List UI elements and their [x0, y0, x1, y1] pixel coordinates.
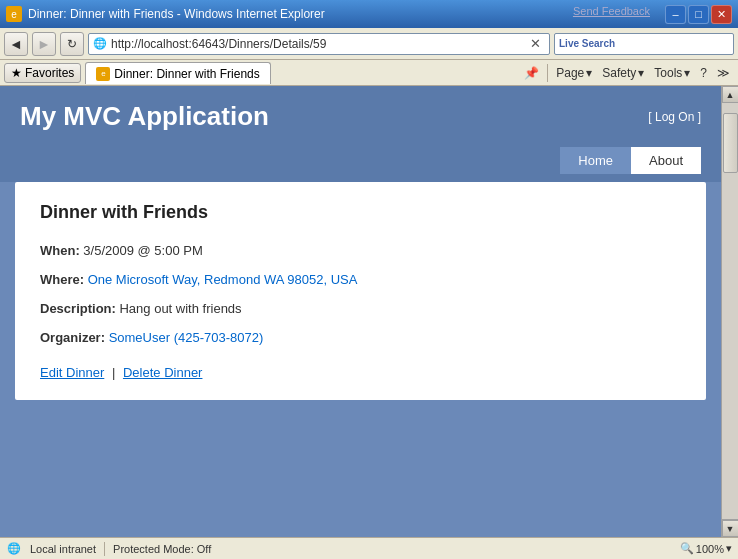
page-header: My MVC Application [ Log On ]: [0, 86, 721, 147]
favorites-button[interactable]: ★ Favorites: [4, 63, 81, 83]
zoom-icon: 🔍: [680, 542, 694, 555]
zoom-level: 100%: [696, 543, 724, 555]
search-input[interactable]: [619, 37, 738, 51]
address-refresh-btn[interactable]: ✕: [525, 34, 545, 54]
help-label: ?: [700, 66, 707, 80]
home-nav-button[interactable]: Home: [560, 147, 631, 174]
refresh-button[interactable]: ↻: [60, 32, 84, 56]
tools-chevron: ▾: [684, 66, 690, 80]
action-links: Edit Dinner | Delete Dinner: [40, 365, 681, 380]
organizer-row: Organizer: SomeUser (425-703-8072): [40, 330, 681, 345]
where-row: Where: One Microsoft Way, Redmond WA 980…: [40, 272, 681, 287]
status-bar: 🌐 Local intranet Protected Mode: Off 🔍 1…: [0, 537, 738, 559]
toolbar-buttons: 📌 Page ▾ Safety ▾ Tools ▾ ? ≫: [520, 64, 734, 82]
safety-menu[interactable]: Safety ▾: [598, 64, 648, 82]
organizer-label: Organizer:: [40, 330, 105, 345]
status-separator-1: [104, 542, 105, 556]
edit-dinner-link[interactable]: Edit Dinner: [40, 365, 104, 380]
status-right: 🔍 100% ▾: [680, 542, 732, 555]
content-area: Dinner with Friends When: 3/5/2009 @ 5:0…: [15, 182, 706, 400]
address-bar: 🌐 ✕: [88, 33, 550, 55]
help-menu[interactable]: ?: [696, 64, 711, 82]
address-icon: 🌐: [93, 37, 107, 50]
page-title: My MVC Application: [20, 101, 269, 132]
toolbar-separator: [547, 64, 548, 82]
where-label: Where:: [40, 272, 84, 287]
where-link[interactable]: One Microsoft Way, Redmond WA 98052, USA: [88, 272, 358, 287]
page-wrapper: My MVC Application [ Log On ] Home About…: [0, 86, 721, 537]
page-menu[interactable]: Page ▾: [552, 64, 596, 82]
zone-label: Local intranet: [30, 543, 96, 555]
scrollbar-right: ▲ ▼: [721, 86, 738, 537]
action-separator: |: [112, 365, 115, 380]
browser-content-area: My MVC Application [ Log On ] Home About…: [0, 86, 738, 537]
log-on-link[interactable]: [ Log On ]: [648, 110, 701, 124]
tools-menu[interactable]: Tools ▾: [650, 64, 694, 82]
minimize-button[interactable]: –: [665, 5, 686, 24]
page-label: Page: [556, 66, 584, 80]
when-label: When:: [40, 243, 80, 258]
safety-chevron: ▾: [638, 66, 644, 80]
when-row: When: 3/5/2009 @ 5:00 PM: [40, 243, 681, 258]
scroll-track[interactable]: [722, 103, 739, 519]
description-label: Description:: [40, 301, 116, 316]
organizer-link[interactable]: SomeUser (425-703-8072): [109, 330, 264, 345]
app-icon: e: [6, 6, 22, 22]
search-logo: Live Search: [559, 38, 615, 49]
send-feedback-link[interactable]: Send Feedback: [573, 5, 650, 17]
zone-icon: 🌐: [6, 541, 22, 557]
browser-content: My MVC Application [ Log On ] Home About…: [0, 86, 721, 537]
when-value: 3/5/2009 @ 5:00 PM: [83, 243, 202, 258]
tab-icon: e: [96, 67, 110, 81]
dinner-title: Dinner with Friends: [40, 202, 681, 223]
scroll-thumb[interactable]: [723, 113, 738, 173]
back-button[interactable]: ◄: [4, 32, 28, 56]
tools-label: Tools: [654, 66, 682, 80]
tab-title: Dinner: Dinner with Friends: [114, 67, 259, 81]
more-tools-btn[interactable]: ≫: [713, 64, 734, 82]
page-chevron: ▾: [586, 66, 592, 80]
star-icon: ★: [11, 66, 22, 80]
protected-mode-label: Protected Mode: Off: [113, 543, 211, 555]
favorites-bar: ★ Favorites e Dinner: Dinner with Friend…: [0, 60, 738, 86]
close-button[interactable]: ✕: [711, 5, 732, 24]
scroll-down-button[interactable]: ▼: [722, 520, 739, 537]
nav-menu: Home About: [0, 147, 721, 182]
delete-dinner-link[interactable]: Delete Dinner: [123, 365, 203, 380]
favorites-label: Favorites: [25, 66, 74, 80]
browser-tab[interactable]: e Dinner: Dinner with Friends: [85, 62, 270, 84]
scroll-up-button[interactable]: ▲: [722, 86, 739, 103]
add-favorites-btn[interactable]: 📌: [520, 64, 543, 82]
zoom-button[interactable]: 🔍 100% ▾: [680, 542, 732, 555]
title-bar: e Dinner: Dinner with Friends - Windows …: [0, 0, 738, 28]
nav-bar: ◄ ► ↻ 🌐 ✕ Live Search 🔍: [0, 28, 738, 60]
about-nav-button[interactable]: About: [631, 147, 701, 174]
description-row: Description: Hang out with friends: [40, 301, 681, 316]
search-bar: Live Search 🔍: [554, 33, 734, 55]
forward-button[interactable]: ►: [32, 32, 56, 56]
safety-label: Safety: [602, 66, 636, 80]
maximize-button[interactable]: □: [688, 5, 709, 24]
zoom-chevron: ▾: [726, 542, 732, 555]
address-input[interactable]: [111, 37, 521, 51]
description-value: Hang out with friends: [119, 301, 241, 316]
window-title: Dinner: Dinner with Friends - Windows In…: [28, 7, 325, 21]
